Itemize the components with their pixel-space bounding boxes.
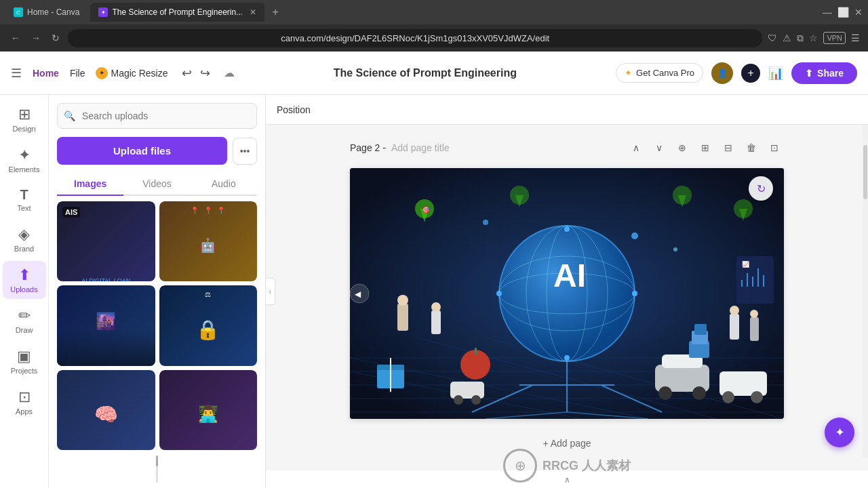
reload-btn[interactable]: ↻ bbox=[49, 30, 62, 46]
sidebar-item-design[interactable]: ⊞ Design bbox=[3, 100, 46, 138]
magic-ai-fab[interactable]: ✦ bbox=[825, 418, 854, 447]
svg-point-17 bbox=[564, 226, 570, 232]
sidebar-item-text[interactable]: T Text bbox=[3, 182, 46, 218]
tab-favicon-home: C bbox=[14, 7, 23, 17]
pro-star-icon: ✦ bbox=[625, 68, 632, 78]
design-icon: ⊞ bbox=[18, 106, 31, 123]
tab-images[interactable]: Images bbox=[57, 173, 123, 196]
magic-resize-btn[interactable]: ✦ Magic Resize bbox=[96, 67, 167, 79]
tab-audio[interactable]: Audio bbox=[191, 173, 257, 196]
svg-point-42 bbox=[751, 391, 763, 403]
image-grid: AIS AI DIGITAL LOAN 🤖 📍 📍 📍 bbox=[49, 201, 265, 450]
address-bar: ← → ↻ 🛡 ⚠ ⧉ ☆ VPN ☰ bbox=[0, 24, 868, 52]
collapse-panel-btn[interactable]: ‹ bbox=[266, 278, 275, 305]
list-item[interactable]: 🧠 bbox=[57, 370, 155, 450]
tab-design[interactable]: ✦ The Science of Prompt Engineerin... ✕ bbox=[90, 3, 264, 22]
page-expand-btn[interactable]: ⊞ bbox=[696, 138, 715, 157]
sidebar-item-brand[interactable]: ◈ Brand bbox=[3, 220, 46, 258]
svg-text:📈: 📈 bbox=[742, 260, 750, 268]
list-item[interactable]: 🔒 ⚖ bbox=[159, 285, 258, 365]
page-controls: ∧ ∨ ⊕ ⊞ ⊟ 🗑 ⊡ bbox=[627, 138, 784, 157]
page-down-btn[interactable]: ∨ bbox=[650, 138, 669, 157]
sidebar-design-label: Design bbox=[12, 125, 35, 133]
page-up-btn[interactable]: ∧ bbox=[627, 138, 646, 157]
upload-more-btn[interactable]: ••• bbox=[233, 138, 257, 165]
canvas-area: Position Page 2 - Add page title ∧ ∨ ⊕ ⊞… bbox=[266, 95, 868, 488]
tab-manager-icon[interactable]: ⧉ bbox=[797, 33, 804, 44]
page-grid-btn[interactable]: ⊟ bbox=[719, 138, 738, 157]
list-item[interactable]: 🤖 📍 📍 📍 bbox=[159, 201, 258, 281]
svg-point-67 bbox=[454, 395, 463, 405]
bookmark-icon[interactable]: ☆ bbox=[809, 33, 818, 43]
page-more-btn[interactable]: ⊡ bbox=[765, 138, 784, 157]
browser-minimize-btn[interactable]: — bbox=[823, 7, 832, 18]
nav-file[interactable]: File bbox=[70, 68, 85, 79]
tab-design-label: The Science of Prompt Engineerin... bbox=[112, 7, 243, 17]
new-tab-btn[interactable]: + bbox=[267, 4, 283, 20]
nav-home[interactable]: Home bbox=[33, 68, 59, 79]
sidebar-icons: ⊞ Design ✦ Elements T Text ◈ Brand ⬆ Upl… bbox=[0, 95, 49, 488]
tab-favicon-design: ✦ bbox=[98, 7, 108, 17]
position-label: Position bbox=[277, 104, 311, 115]
svg-point-18 bbox=[632, 291, 637, 296]
svg-rect-32 bbox=[475, 348, 477, 354]
ai-refresh-btn[interactable]: ↻ bbox=[749, 176, 773, 201]
svg-point-46 bbox=[750, 310, 758, 318]
svg-point-70 bbox=[483, 220, 488, 225]
list-item[interactable]: AIS AI DIGITAL LOAN bbox=[57, 201, 155, 281]
uploads-panel: 🔍 Upload files ••• Images Videos Audio A… bbox=[49, 95, 266, 488]
get-pro-label: Get Canva Pro bbox=[636, 68, 694, 78]
svg-point-10 bbox=[499, 226, 635, 361]
page-delete-btn[interactable]: 🗑 bbox=[742, 138, 761, 157]
tab-home[interactable]: C Home - Canva bbox=[5, 3, 87, 22]
vpn-icon[interactable]: VPN bbox=[823, 32, 846, 44]
forward-btn[interactable]: → bbox=[28, 30, 43, 46]
page-copy-btn[interactable]: ⊕ bbox=[673, 138, 692, 157]
get-pro-btn[interactable]: ✦ Get Canva Pro bbox=[616, 63, 703, 83]
back-btn[interactable]: ← bbox=[8, 30, 23, 46]
hamburger-btn[interactable]: ☰ bbox=[11, 66, 22, 81]
svg-rect-65 bbox=[694, 324, 707, 335]
menu-icon[interactable]: ☰ bbox=[851, 33, 860, 43]
canvas-image[interactable]: AI bbox=[350, 168, 784, 419]
user-avatar[interactable]: 👤 bbox=[711, 62, 733, 84]
text-icon: T bbox=[20, 187, 28, 203]
draw-icon: ✏ bbox=[18, 307, 31, 325]
list-item[interactable]: 🌆 bbox=[57, 285, 155, 365]
svg-point-38 bbox=[692, 386, 706, 400]
redo-btn[interactable]: ↪ bbox=[197, 63, 213, 83]
share-btn[interactable]: ⬆ Share bbox=[791, 62, 857, 84]
browser-close-btn[interactable]: ✕ bbox=[854, 7, 863, 18]
page-label: Page 2 - bbox=[350, 142, 386, 153]
page-header-row: Page 2 - Add page title ∧ ∨ ⊕ ⊞ ⊟ 🗑 ⊡ bbox=[350, 138, 784, 157]
cloud-save-icon[interactable]: ☁ bbox=[224, 66, 235, 79]
sidebar-item-draw[interactable]: ✏ Draw bbox=[3, 302, 46, 340]
sidebar-item-projects[interactable]: ▣ Projects bbox=[3, 342, 46, 380]
svg-rect-27 bbox=[397, 304, 408, 331]
sidebar-item-apps[interactable]: ⊡ Apps bbox=[3, 383, 46, 421]
uploads-icon: ⬆ bbox=[18, 266, 31, 284]
search-input[interactable] bbox=[57, 103, 257, 129]
analytics-icon[interactable]: 📊 bbox=[768, 66, 783, 81]
svg-text:AI: AI bbox=[553, 258, 586, 293]
tab-home-label: Home - Canva bbox=[27, 7, 79, 17]
ai-scene-svg: AI bbox=[350, 168, 784, 419]
watermark-area: ⊕ RRCG 人人素材 bbox=[266, 443, 868, 488]
tab-close-btn[interactable]: ✕ bbox=[250, 7, 256, 17]
canvas-scrollbar[interactable] bbox=[863, 125, 868, 458]
magic-star-icon: ✦ bbox=[96, 67, 108, 79]
undo-btn[interactable]: ↩ bbox=[179, 63, 195, 83]
left-panel-wrapper: 🔍 Upload files ••• Images Videos Audio A… bbox=[49, 95, 266, 488]
address-input[interactable] bbox=[68, 29, 762, 47]
browser-maximize-btn[interactable]: ⬜ bbox=[837, 7, 849, 18]
upload-files-btn[interactable]: Upload files bbox=[57, 137, 227, 165]
svg-point-44 bbox=[730, 306, 739, 315]
add-team-btn[interactable]: + bbox=[741, 64, 760, 83]
tab-videos[interactable]: Videos bbox=[123, 173, 190, 196]
svg-rect-45 bbox=[750, 317, 759, 341]
page-title-input[interactable]: Add page title bbox=[391, 142, 621, 153]
sidebar-projects-label: Projects bbox=[11, 367, 38, 375]
list-item[interactable]: 👨‍💻 bbox=[159, 370, 258, 450]
sidebar-item-elements[interactable]: ✦ Elements bbox=[3, 141, 46, 179]
sidebar-item-uploads[interactable]: ⬆ Uploads bbox=[3, 261, 46, 299]
